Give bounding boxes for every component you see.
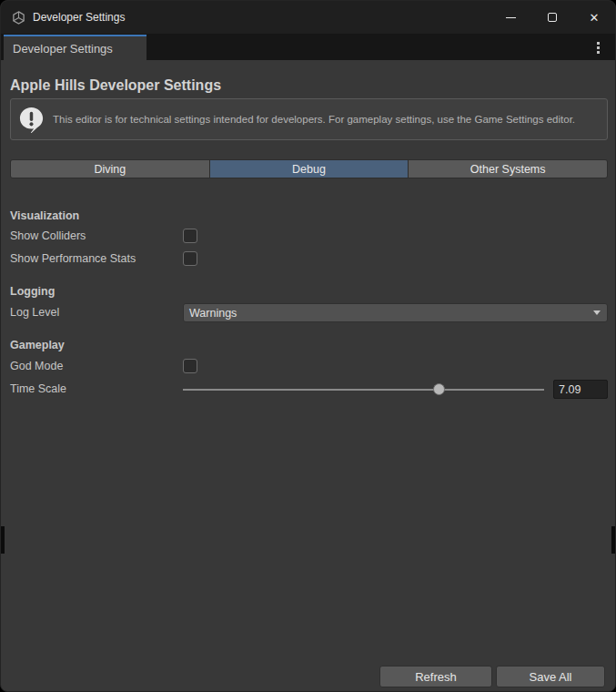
show-performance-stats-checkbox[interactable] xyxy=(183,251,197,266)
minimize-icon xyxy=(506,17,516,18)
titlebar[interactable]: Developer Settings ✕ xyxy=(1,1,615,34)
editor-tab-strip: Developer Settings xyxy=(1,34,615,60)
maximize-button[interactable] xyxy=(531,1,573,34)
background-edge-right xyxy=(611,526,615,554)
tab-developer-settings[interactable]: Developer Settings xyxy=(4,35,146,60)
close-icon: ✕ xyxy=(590,11,600,25)
kebab-menu-icon xyxy=(597,42,600,45)
god-mode-checkbox[interactable] xyxy=(183,359,197,373)
refresh-button[interactable]: Refresh xyxy=(379,666,492,687)
tab-menu-button[interactable] xyxy=(591,40,604,55)
time-scale-slider[interactable] xyxy=(183,382,544,396)
minimize-button[interactable] xyxy=(490,1,531,34)
chevron-down-icon xyxy=(593,310,601,315)
show-performance-stats-label: Show Performance Stats xyxy=(10,252,136,265)
section-gameplay-title: Gameplay xyxy=(10,339,65,351)
background-edge-left xyxy=(1,526,5,554)
info-exclamation-icon xyxy=(17,106,45,134)
unity-app-icon xyxy=(12,11,25,25)
developer-settings-window: Developer Settings ✕ Developer Settings … xyxy=(0,0,616,692)
show-colliders-checkbox[interactable] xyxy=(183,229,197,243)
log-level-label: Log Level xyxy=(10,306,59,319)
god-mode-label: God Mode xyxy=(10,360,63,372)
tab-label: Developer Settings xyxy=(13,42,113,56)
log-level-dropdown[interactable]: Warnings xyxy=(183,303,608,322)
time-scale-slider-thumb[interactable] xyxy=(433,383,445,395)
show-colliders-label: Show Colliders xyxy=(10,229,86,242)
time-scale-slider-track[interactable] xyxy=(183,389,544,391)
info-helpbox: This editor is for technical settings in… xyxy=(10,98,608,140)
time-scale-value-field[interactable]: 7.09 xyxy=(553,380,608,399)
category-tab-bar: Diving Debug Other Systems xyxy=(10,159,608,178)
close-button[interactable]: ✕ xyxy=(573,1,615,34)
info-helpbox-text: This editor is for technical settings in… xyxy=(53,113,575,126)
tab-debug[interactable]: Debug xyxy=(210,160,409,178)
section-visualization-title: Visualization xyxy=(10,209,79,222)
time-scale-label: Time Scale xyxy=(10,382,66,395)
log-level-value: Warnings xyxy=(189,307,593,320)
tab-diving[interactable]: Diving xyxy=(11,160,210,178)
maximize-icon xyxy=(548,13,557,22)
window-title: Developer Settings xyxy=(33,11,125,24)
section-logging-title: Logging xyxy=(10,285,55,298)
page-title: Apple Hills Developer Settings xyxy=(10,77,221,94)
save-all-button[interactable]: Save All xyxy=(496,666,605,687)
tab-other-systems[interactable]: Other Systems xyxy=(409,160,607,178)
